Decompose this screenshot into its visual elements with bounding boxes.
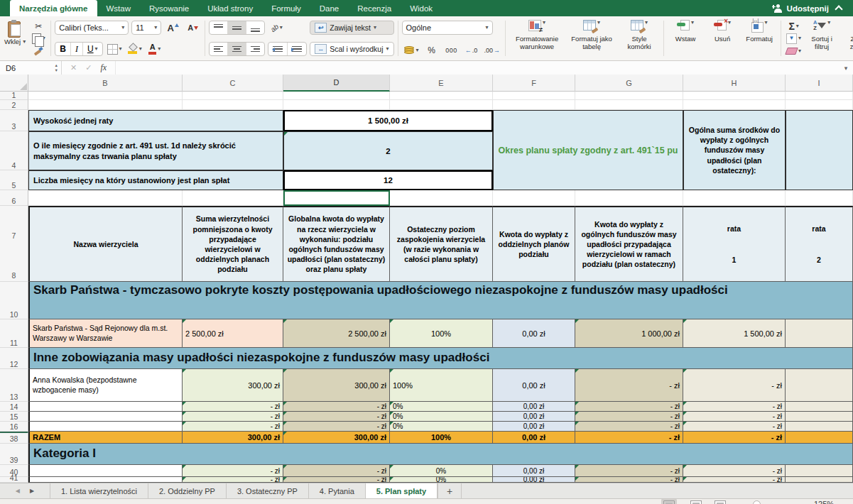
formula-input[interactable]: [115, 61, 839, 75]
cell-d15[interactable]: - zł: [283, 412, 390, 422]
grow-font-button[interactable]: A: [164, 22, 181, 34]
empty-cell[interactable]: [575, 100, 683, 110]
decrease-indent-button[interactable]: [268, 43, 288, 55]
tab-recenzja[interactable]: Recenzja: [348, 0, 401, 16]
cell-b3-label[interactable]: Wysokość jednej raty: [28, 110, 283, 131]
fill-button[interactable]: ▼▾: [785, 33, 803, 45]
cell-b14[interactable]: [28, 402, 183, 412]
tab-narzedzia-glowne[interactable]: Narzędzia główne: [10, 0, 97, 16]
row-header-39[interactable]: 39: [0, 444, 28, 465]
sort-filter-button[interactable]: AZ▾ Sortuj i filtruj: [805, 18, 838, 58]
cell-c40[interactable]: - zł: [183, 465, 283, 477]
row-header-4[interactable]: 4: [0, 131, 28, 170]
align-right-button[interactable]: [246, 43, 264, 55]
table-header-final-level[interactable]: Ostateczny poziom zaspokojenia wierzycie…: [390, 206, 493, 282]
cell-g13[interactable]: - zł: [575, 369, 683, 402]
cell-g14[interactable]: - zł: [575, 402, 683, 412]
cell-d16[interactable]: - zł: [283, 422, 390, 432]
normal-view-button[interactable]: [663, 500, 675, 504]
format-as-table-button[interactable]: ▾ Formatuj jako tabelę: [567, 18, 616, 58]
cell-d14[interactable]: - zł: [283, 402, 390, 412]
cell-styles-button[interactable]: ▾ Style komórki: [619, 18, 660, 58]
table-header-sum[interactable]: Suma wierzytelności pomniejszona o kwoty…: [183, 206, 283, 282]
section-header-inne-zobowiazania[interactable]: Inne zobowiązania masy upadłości niezasp…: [28, 348, 853, 369]
align-center-button[interactable]: [228, 43, 246, 55]
thousands-format-button[interactable]: 000: [443, 44, 460, 56]
paste-button[interactable]: Wklej▾: [3, 18, 27, 58]
empty-cell[interactable]: [390, 100, 493, 110]
cell-d41[interactable]: - zł: [283, 477, 390, 483]
merge-center-button[interactable]: ↔ Scal i wyśrodkuj ▾: [310, 42, 393, 56]
percent-format-button[interactable]: %: [423, 44, 440, 56]
empty-cell[interactable]: [390, 190, 493, 206]
empty-cell[interactable]: [390, 92, 493, 100]
cell-h41[interactable]: - zł: [683, 477, 786, 483]
cell-d40[interactable]: - zł: [283, 465, 390, 477]
cell-b4-label[interactable]: O ile miesięcy zgodnie z art. 491 ust. 1…: [28, 131, 283, 170]
cell-e15[interactable]: 0%: [390, 412, 493, 422]
cell-d13[interactable]: 300,00 zł: [283, 369, 390, 402]
cell-i15[interactable]: [786, 412, 853, 422]
table-header-global[interactable]: Globalna kwota do wypłaty na rzecz wierz…: [283, 206, 390, 282]
column-header-b[interactable]: B: [28, 75, 183, 92]
cell-b16[interactable]: [28, 422, 183, 432]
share-button[interactable]: Udostępnij: [772, 0, 853, 16]
row-header-3[interactable]: 3: [0, 110, 28, 131]
cell-b13[interactable]: Anna Kowalska (bezpodstawne wzbogacenie …: [28, 369, 183, 402]
font-size-select[interactable]: 11▾: [131, 21, 161, 35]
empty-cell[interactable]: [786, 190, 853, 206]
sheet-tab-pytania[interactable]: 4. Pytania: [308, 483, 365, 498]
conditional-formatting-button[interactable]: ≠▾ Formatowanie warunkowe: [509, 18, 565, 58]
cell-f11[interactable]: 0,00 zł: [493, 319, 575, 348]
cell-e14[interactable]: 0%: [390, 402, 493, 412]
zoom-slider-knob[interactable]: [753, 500, 761, 504]
name-box-stepper[interactable]: ▲▼: [55, 63, 58, 72]
cell-e11[interactable]: 100%: [390, 319, 493, 348]
delete-cells-button[interactable]: ×▾ Usuń: [706, 18, 739, 58]
empty-cell[interactable]: [683, 100, 786, 110]
cell-c13[interactable]: 300,00 zł: [183, 369, 283, 402]
cell-c16[interactable]: - zł: [183, 422, 283, 432]
cell-d3-value[interactable]: 1 500,00 zł: [283, 110, 493, 131]
row-header-5[interactable]: 5: [0, 170, 28, 190]
column-header-h[interactable]: H: [683, 75, 786, 92]
empty-cell[interactable]: [283, 92, 390, 100]
cell-g38[interactable]: - zł: [575, 432, 683, 444]
table-header-separate-plans[interactable]: Kwota do wypłaty z oddzielnych planów po…: [493, 206, 575, 282]
cell-f15[interactable]: 0,00 zł: [493, 412, 575, 422]
cell-g15[interactable]: - zł: [575, 412, 683, 422]
cell-h15[interactable]: - zł: [683, 412, 786, 422]
tab-uklad-strony[interactable]: Układ strony: [198, 0, 262, 16]
cell-i41[interactable]: [786, 477, 853, 483]
table-header-rata-2[interactable]: rata2: [786, 206, 853, 282]
cell-f40[interactable]: 0,00 zł: [493, 465, 575, 477]
autosum-button[interactable]: Σ▾: [785, 20, 803, 32]
cell-b38-razem[interactable]: RAZEM: [28, 432, 183, 444]
empty-cell[interactable]: [683, 92, 786, 100]
tab-wstaw[interactable]: Wstaw: [97, 0, 141, 16]
cell-b15[interactable]: [28, 412, 183, 422]
empty-cell[interactable]: [183, 100, 283, 110]
confirm-icon[interactable]: ✓: [85, 63, 92, 72]
find-select-button[interactable]: ▾ Znajdź i zaznacz: [841, 18, 853, 58]
cell-c41[interactable]: - zł: [183, 477, 283, 483]
cell-h16[interactable]: - zł: [683, 422, 786, 432]
section-header-skarb-panstwa[interactable]: Skarb Państwa - tymczasowo pokryte koszt…: [28, 282, 853, 319]
cell-c11[interactable]: 2 500,00 zł: [183, 319, 283, 348]
cell-h40[interactable]: - zł: [683, 465, 786, 477]
borders-button[interactable]: ▾: [106, 43, 124, 55]
cell-i13[interactable]: [786, 369, 853, 402]
row-header-1[interactable]: 1: [0, 92, 28, 100]
tab-rysowanie[interactable]: Rysowanie: [140, 0, 198, 16]
cut-button[interactable]: ✂: [30, 20, 47, 32]
font-name-select[interactable]: Calibri (Teks...▾: [55, 21, 129, 35]
row-header-11[interactable]: 11: [0, 319, 28, 348]
empty-cell[interactable]: [283, 100, 390, 110]
align-left-button[interactable]: [210, 43, 228, 55]
cell-c38[interactable]: 300,00 zł: [183, 432, 283, 444]
wrap-text-button[interactable]: ↩ Zawijaj tekst ▾: [310, 21, 393, 35]
row-header-38[interactable]: 38: [0, 432, 28, 444]
cell-b11[interactable]: Skarb Państwa - Sąd Rejonowy dla m.st. W…: [28, 319, 183, 348]
format-painter-button[interactable]: [30, 45, 47, 57]
empty-cell[interactable]: [493, 92, 575, 100]
